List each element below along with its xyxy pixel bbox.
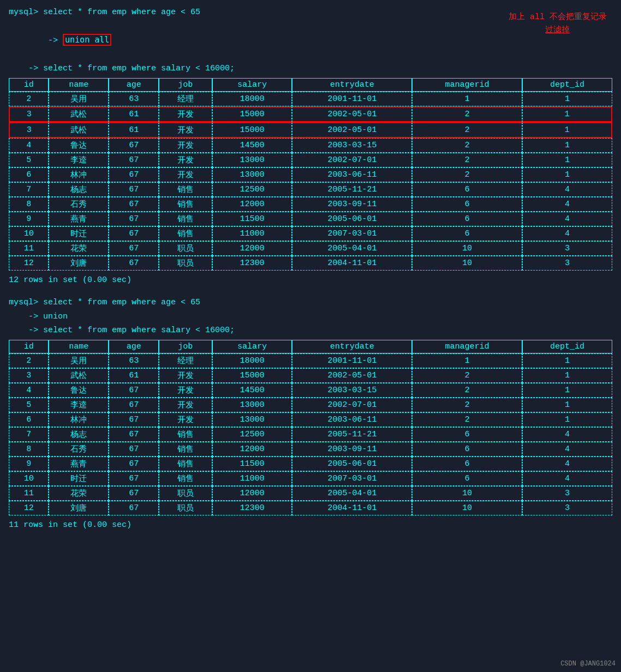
col-entrydate2: entrydate bbox=[292, 340, 412, 353]
cell-name: 吴用 bbox=[49, 92, 109, 106]
cell-id: 4 bbox=[9, 138, 49, 153]
cell-age: 67 bbox=[109, 501, 159, 515]
cell-dept_id: 4 bbox=[522, 427, 612, 442]
cell-id: 12 bbox=[9, 501, 49, 515]
cell-job: 开发 bbox=[159, 368, 212, 383]
cell-name: 花荣 bbox=[49, 486, 109, 501]
cell-salary: 12300 bbox=[212, 501, 292, 515]
cell-age: 67 bbox=[109, 226, 159, 241]
cell-name: 林冲 bbox=[49, 167, 109, 182]
cell-job: 职员 bbox=[159, 486, 212, 501]
cell-entrydate: 2003-09-11 bbox=[292, 442, 412, 457]
cell-age: 67 bbox=[109, 383, 159, 398]
cell-entrydate: 2007-03-01 bbox=[292, 226, 412, 241]
cell-id: 11 bbox=[9, 241, 49, 256]
table-row: 3武松61开发150002002-05-0121 bbox=[9, 122, 612, 138]
cell-job: 职员 bbox=[159, 501, 212, 515]
cell-salary: 13000 bbox=[212, 398, 292, 412]
cell-salary: 18000 bbox=[212, 92, 292, 106]
cell-dept_id: 4 bbox=[522, 197, 612, 212]
table-row: 3武松61开发150002002-05-0121 bbox=[9, 106, 612, 122]
cell-name: 李逵 bbox=[49, 398, 109, 412]
cell-entrydate: 2002-05-01 bbox=[292, 106, 412, 122]
col-deptid2: dept_id bbox=[522, 340, 612, 353]
cell-dept_id: 1 bbox=[522, 122, 612, 138]
cell-managerid: 2 bbox=[412, 383, 522, 398]
table-row: 5李逵67开发130002002-07-0121 bbox=[9, 153, 612, 167]
cell-dept_id: 4 bbox=[522, 226, 612, 241]
query1-line2: -> union all bbox=[9, 36, 111, 59]
cell-age: 67 bbox=[109, 182, 159, 197]
cell-job: 销售 bbox=[159, 442, 212, 457]
table-row: 7杨志67销售125002005-11-2164 bbox=[9, 182, 612, 197]
col-age: age bbox=[109, 78, 159, 92]
col-salary2: salary bbox=[212, 340, 292, 353]
cell-managerid: 10 bbox=[412, 256, 522, 271]
cell-salary: 11000 bbox=[212, 226, 292, 241]
cell-dept_id: 3 bbox=[522, 486, 612, 501]
cell-id: 3 bbox=[9, 368, 49, 383]
cell-id: 9 bbox=[9, 212, 49, 226]
cell-job: 销售 bbox=[159, 471, 212, 486]
section1: mysql> select * from emp where age < 65 … bbox=[9, 5, 612, 288]
cell-age: 61 bbox=[109, 368, 159, 383]
cell-job: 开发 bbox=[159, 383, 212, 398]
cell-salary: 12500 bbox=[212, 182, 292, 197]
rowcount2: 11 rows in set (0.00 sec) bbox=[9, 518, 612, 533]
cell-job: 销售 bbox=[159, 212, 212, 226]
table-row: 11花荣67职员120002005-04-01103 bbox=[9, 241, 612, 256]
cell-managerid: 6 bbox=[412, 457, 522, 471]
cell-id: 3 bbox=[9, 106, 49, 122]
cell-entrydate: 2003-06-11 bbox=[292, 167, 412, 182]
cell-name: 石秀 bbox=[49, 442, 109, 457]
cell-entrydate: 2003-03-15 bbox=[292, 383, 412, 398]
cell-name: 刘唐 bbox=[49, 501, 109, 515]
cell-salary: 18000 bbox=[212, 353, 292, 368]
cell-job: 经理 bbox=[159, 353, 212, 368]
cell-entrydate: 2005-11-21 bbox=[292, 427, 412, 442]
cell-entrydate: 2005-06-01 bbox=[292, 457, 412, 471]
cell-managerid: 6 bbox=[412, 471, 522, 486]
cell-id: 2 bbox=[9, 92, 49, 106]
table-row: 2吴用63经理180002001-11-0111 bbox=[9, 92, 612, 106]
cell-id: 3 bbox=[9, 122, 49, 138]
cell-entrydate: 2001-11-01 bbox=[292, 92, 412, 106]
cell-managerid: 6 bbox=[412, 226, 522, 241]
cell-managerid: 2 bbox=[412, 122, 522, 138]
cell-dept_id: 1 bbox=[522, 106, 612, 122]
cell-salary: 12300 bbox=[212, 256, 292, 271]
cell-entrydate: 2005-06-01 bbox=[292, 212, 412, 226]
col-age2: age bbox=[109, 340, 159, 353]
cell-age: 67 bbox=[109, 412, 159, 427]
table-row: 7杨志67销售125002005-11-2164 bbox=[9, 427, 612, 442]
cell-job: 销售 bbox=[159, 427, 212, 442]
cell-age: 67 bbox=[109, 138, 159, 153]
table-row: 6林冲67开发130002003-06-1121 bbox=[9, 167, 612, 182]
cell-id: 5 bbox=[9, 153, 49, 167]
cell-managerid: 10 bbox=[412, 241, 522, 256]
cell-name: 李逵 bbox=[49, 153, 109, 167]
cell-age: 63 bbox=[109, 353, 159, 368]
section2: mysql> select * from emp where age < 65 … bbox=[9, 296, 612, 533]
cell-name: 刘唐 bbox=[49, 256, 109, 271]
cell-managerid: 2 bbox=[412, 167, 522, 182]
cell-managerid: 10 bbox=[412, 501, 522, 515]
cell-id: 6 bbox=[9, 412, 49, 427]
cell-name: 杨志 bbox=[49, 427, 109, 442]
col-id2: id bbox=[9, 340, 49, 353]
cell-dept_id: 1 bbox=[522, 353, 612, 368]
cell-job: 销售 bbox=[159, 182, 212, 197]
col-job2: job bbox=[159, 340, 212, 353]
cell-dept_id: 3 bbox=[522, 256, 612, 271]
cell-job: 销售 bbox=[159, 457, 212, 471]
cell-managerid: 2 bbox=[412, 412, 522, 427]
table-row: 3武松61开发150002002-05-0121 bbox=[9, 368, 612, 383]
cell-age: 67 bbox=[109, 398, 159, 412]
cell-age: 67 bbox=[109, 471, 159, 486]
cell-age: 63 bbox=[109, 92, 159, 106]
cell-dept_id: 4 bbox=[522, 212, 612, 226]
cell-salary: 14500 bbox=[212, 138, 292, 153]
cell-age: 67 bbox=[109, 486, 159, 501]
col-name2: name bbox=[49, 340, 109, 353]
cell-id: 10 bbox=[9, 471, 49, 486]
